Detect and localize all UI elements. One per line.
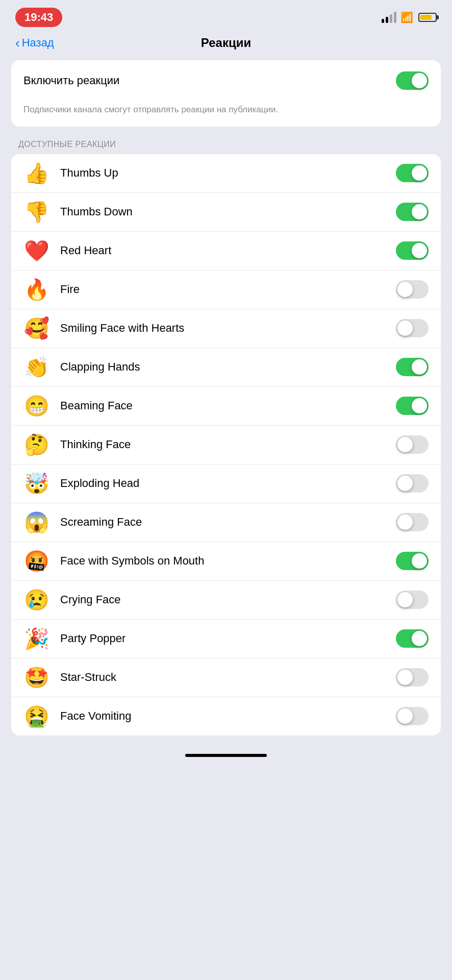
reactions-list: 👍Thumbs Up👎Thumbs Down❤️Red Heart🔥Fire🥰S… — [11, 154, 441, 736]
reaction-name: Smiling Face with Hearts — [60, 322, 386, 335]
reaction-row: 👎Thumbs Down — [11, 193, 441, 232]
reaction-row: 🤮Face Vomiting — [11, 697, 441, 736]
status-time: 19:43 — [15, 8, 62, 27]
reaction-row: 🤬Face with Symbols on Mouth — [11, 542, 441, 581]
toggle-knob — [412, 204, 427, 219]
reaction-emoji: 😢 — [23, 588, 50, 612]
reaction-toggle[interactable] — [396, 435, 429, 454]
reaction-emoji: 🤔 — [23, 433, 50, 457]
reaction-name: Face with Symbols on Mouth — [60, 554, 386, 568]
reaction-row: 🤩Star-Struck — [11, 658, 441, 697]
reaction-name: Red Heart — [60, 244, 386, 257]
enable-reactions-row: Включить реакции — [11, 60, 441, 101]
reaction-row: 🤔Thinking Face — [11, 426, 441, 464]
reaction-toggle[interactable] — [396, 591, 429, 609]
reaction-toggle[interactable] — [396, 164, 429, 182]
reaction-name: Star-Struck — [60, 671, 386, 684]
enable-reactions-card: Включить реакции Подписчики канала смогу… — [11, 60, 441, 127]
wifi-icon: 📶 — [400, 11, 413, 23]
reaction-toggle[interactable] — [396, 513, 429, 531]
status-bar: 19:43 📶 — [0, 0, 452, 31]
reaction-emoji: 🔥 — [23, 278, 50, 302]
content-area: Включить реакции Подписчики канала смогу… — [0, 60, 452, 736]
reaction-emoji: 😁 — [23, 394, 50, 418]
reaction-name: Fire — [60, 283, 386, 296]
toggle-knob — [397, 282, 413, 297]
reaction-toggle[interactable] — [396, 552, 429, 570]
reaction-row: 🎉Party Popper — [11, 620, 441, 658]
reactions-section-header: ДОСТУПНЫЕ РЕАКЦИИ — [11, 131, 441, 154]
reaction-row: 😱Screaming Face — [11, 503, 441, 542]
toggle-knob — [412, 243, 427, 258]
reaction-row: 😁Beaming Face — [11, 387, 441, 426]
reaction-row: 🤯Exploding Head — [11, 464, 441, 503]
enable-reactions-hint: Подписчики канала смогут отправлять реак… — [11, 101, 441, 127]
status-icons: 📶 — [382, 11, 437, 23]
reaction-emoji: 👏 — [23, 355, 50, 379]
reaction-name: Thinking Face — [60, 438, 386, 451]
reaction-emoji: 🎉 — [23, 627, 50, 651]
toggle-knob — [397, 592, 413, 607]
reaction-row: 👍Thumbs Up — [11, 154, 441, 193]
reaction-toggle[interactable] — [396, 397, 429, 415]
reaction-emoji: 😱 — [23, 510, 50, 534]
reaction-emoji: 👎 — [23, 200, 50, 224]
battery-icon — [418, 13, 437, 22]
toggle-knob — [412, 398, 427, 413]
reaction-emoji: 👍 — [23, 161, 50, 185]
reaction-emoji: ❤️ — [23, 239, 50, 263]
toggle-knob — [412, 631, 427, 646]
toggle-knob — [397, 708, 413, 724]
reaction-toggle[interactable] — [396, 668, 429, 687]
home-indicator — [0, 746, 452, 762]
chevron-left-icon: ‹ — [15, 36, 20, 50]
home-bar — [185, 754, 267, 757]
toggle-knob — [412, 359, 427, 375]
reaction-toggle[interactable] — [396, 280, 429, 299]
reaction-row: 🔥Fire — [11, 271, 441, 309]
back-label: Назад — [22, 36, 54, 50]
reaction-name: Thumbs Up — [60, 166, 386, 180]
reaction-emoji: 🤮 — [23, 704, 50, 728]
toggle-knob — [397, 514, 413, 530]
reaction-toggle[interactable] — [396, 358, 429, 376]
nav-bar: ‹ Назад Реакции — [0, 31, 452, 60]
toggle-knob — [412, 165, 427, 181]
reaction-name: Crying Face — [60, 593, 386, 606]
toggle-knob — [397, 321, 413, 336]
enable-reactions-toggle[interactable] — [396, 71, 429, 90]
reaction-name: Face Vomiting — [60, 709, 386, 723]
toggle-knob — [412, 73, 427, 88]
reaction-name: Beaming Face — [60, 399, 386, 412]
enable-reactions-label: Включить реакции — [23, 74, 119, 87]
reaction-row: 🥰Smiling Face with Hearts — [11, 309, 441, 348]
back-button[interactable]: ‹ Назад — [15, 36, 54, 50]
reaction-toggle[interactable] — [396, 319, 429, 337]
reaction-name: Party Popper — [60, 632, 386, 645]
reaction-toggle[interactable] — [396, 203, 429, 221]
reaction-row: 👏Clapping Hands — [11, 348, 441, 387]
reaction-name: Screaming Face — [60, 516, 386, 529]
reaction-emoji: 🤯 — [23, 472, 50, 496]
toggle-knob — [397, 476, 413, 491]
reaction-name: Exploding Head — [60, 477, 386, 490]
reaction-emoji: 🥰 — [23, 316, 50, 340]
page-title: Реакции — [201, 36, 251, 50]
reaction-emoji: 🤬 — [23, 549, 50, 573]
reaction-name: Thumbs Down — [60, 205, 386, 218]
reaction-toggle[interactable] — [396, 474, 429, 493]
reaction-row: 😢Crying Face — [11, 581, 441, 620]
toggle-knob — [397, 670, 413, 685]
reaction-name: Clapping Hands — [60, 360, 386, 374]
reaction-emoji: 🤩 — [23, 666, 50, 690]
reaction-row: ❤️Red Heart — [11, 232, 441, 271]
reaction-toggle[interactable] — [396, 241, 429, 260]
reaction-toggle[interactable] — [396, 707, 429, 725]
reaction-toggle[interactable] — [396, 629, 429, 648]
toggle-knob — [397, 437, 413, 452]
signal-bars-icon — [382, 12, 396, 23]
toggle-knob — [412, 553, 427, 569]
